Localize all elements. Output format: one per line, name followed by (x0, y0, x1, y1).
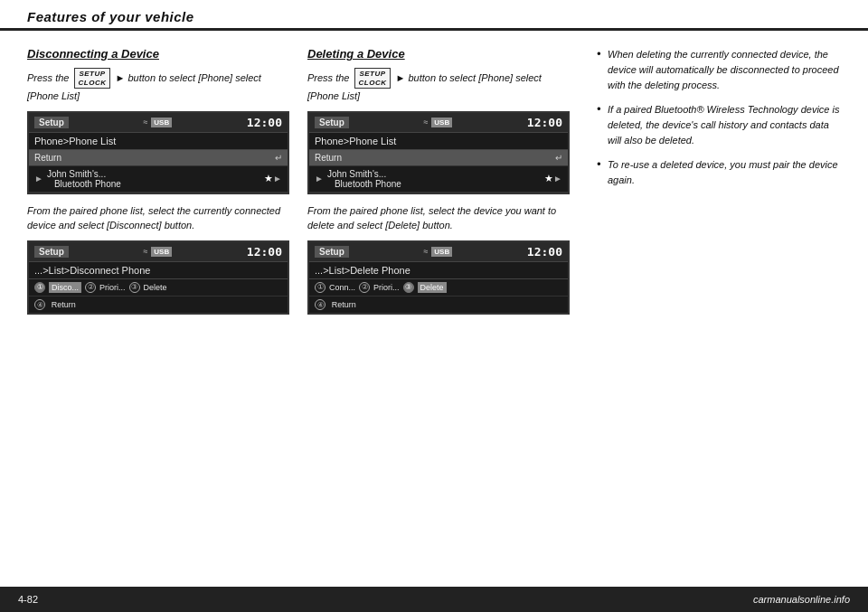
setup-clock-button-left1: SETUP CLOCK (74, 68, 111, 89)
wifi-icon: ≈ (143, 118, 147, 127)
screen2-header: Setup ≈ USB 12:00 (29, 242, 288, 262)
screen2-nav2: ...>List>Disconnect Phone (29, 262, 288, 279)
delete-instr-arrow: ► (396, 72, 406, 83)
djohn-name: John Smith's... Bluetooth Phone (327, 169, 544, 189)
usb-badge2: USB (151, 247, 172, 257)
screen2-icons: ≈ USB (143, 247, 172, 257)
dback-icon: ↵ (555, 153, 562, 163)
dwifi-icon: ≈ (423, 118, 428, 127)
delete-instruction: Press the SETUP CLOCK ► button to select… (307, 68, 571, 104)
dbtn4-label: Return (332, 300, 356, 309)
return-label: Return (34, 153, 275, 163)
dscreen2-nav2: ...>List>Delete Phone (309, 262, 568, 279)
disconnect-section-title: Disconnecting a Device (27, 47, 291, 61)
dscreen2-btn-row1: ① Conn... ② Priori... ③ Delete (309, 279, 568, 297)
screen1-john-row: ► John Smith's... Bluetooth Phone ★ ► (29, 166, 288, 193)
bullet-list: When deleting the currently connected de… (597, 47, 841, 188)
dbtn3-circle: ③ (403, 282, 414, 293)
page-footer: 4-82 carmanualsonline.info (0, 587, 868, 612)
row-chevron: ► (273, 174, 282, 184)
usb-badge: USB (151, 118, 172, 127)
main-content: Disconnecting a Device Press the SETUP C… (0, 31, 868, 333)
dusb-badge: USB (431, 118, 452, 127)
setup-clock-button-mid1: SETUP CLOCK (354, 68, 392, 89)
bullet-3: To re-use a deleted device, you must pai… (597, 157, 841, 188)
screen2-time: 12:00 (247, 245, 282, 259)
delete-screen2: Setup ≈ USB 12:00 ...>List>Delete Phone … (307, 240, 570, 315)
star-icon: ★ (264, 173, 273, 184)
bluetooth-phone: Bluetooth Phone (47, 179, 121, 189)
dscreen2-setup-label: Setup (315, 246, 349, 258)
dscreen1-setup-label: Setup (315, 117, 349, 128)
wifi-icon2: ≈ (143, 247, 147, 256)
footer-brand: carmanualsonline.info (753, 594, 850, 605)
right-column: When deleting the currently connected de… (588, 47, 841, 324)
disconnect-desc: From the paired phone list, select the c… (27, 203, 291, 233)
back-icon: ↵ (275, 153, 282, 163)
dscreen1-header: Setup ≈ USB 12:00 (309, 113, 568, 133)
mid-column: Deleting a Device Press the SETUP CLOCK … (307, 47, 588, 324)
dscreen1-john-row: ► John Smith's... Bluetooth Phone ★ ► (309, 166, 568, 193)
dbtn3-label: Delete (418, 282, 447, 293)
disconnect-instr-arrow: ► (116, 72, 126, 83)
drow-chevron: ► (553, 174, 562, 184)
dscreen1-icons: ≈ USB (423, 118, 452, 127)
screen1-header: Setup ≈ USB 12:00 (29, 113, 288, 133)
page-header: Features of your vehicle (0, 0, 868, 31)
bullet-2: If a paired Bluetooth® Wireless Technolo… (597, 102, 841, 148)
disconnect-screen2: Setup ≈ USB 12:00 ...>List>Disconnect Ph… (27, 240, 289, 315)
btn1-label: Disco... (49, 282, 81, 293)
bullet-1: When deleting the currently connected de… (597, 47, 841, 93)
screen1-setup-label: Setup (34, 117, 69, 128)
dscreen1-time: 12:00 (527, 116, 562, 129)
left-column: Disconnecting a Device Press the SETUP C… (27, 47, 307, 324)
row-arrow-left: ► (34, 174, 43, 184)
dstar-icon: ★ (544, 173, 553, 184)
btn2-circle: ② (85, 282, 96, 293)
dscreen1-return-row: Return ↵ (309, 150, 568, 166)
dbtn2-label: Priori... (373, 283, 400, 292)
screen2-setup-label: Setup (34, 246, 69, 258)
btn3-circle: ③ (129, 282, 140, 293)
dscreen2-time: 12:00 (527, 245, 562, 259)
disconnect-instr-pre: Press the (27, 72, 69, 83)
dbtn1-label: Conn... (329, 283, 355, 292)
dbtn2-circle: ② (359, 282, 370, 293)
dbtn1-circle: ① (315, 282, 326, 293)
btn3-label: Delete (144, 283, 167, 292)
dscreen2-return: ④ Return (309, 297, 568, 314)
btn4-circle: ④ (34, 299, 45, 310)
disconnect-screen1: Setup ≈ USB 12:00 Phone>Phone List Retur… (27, 111, 289, 194)
dwifi-icon2: ≈ (423, 247, 428, 256)
john-name: John Smith's... Bluetooth Phone (47, 169, 264, 189)
dscreen1-nav: Phone>Phone List (309, 133, 568, 150)
footer-page-num: 4-82 (18, 594, 38, 605)
delete-instr-pre: Press the (307, 72, 349, 83)
delete-section-title: Deleting a Device (307, 47, 571, 61)
screen2-return: ④ Return (29, 297, 288, 314)
drow-arrow-left: ► (315, 174, 324, 184)
dbtn4-circle: ④ (315, 299, 326, 310)
dusb-badge2: USB (431, 247, 452, 257)
screen1-nav: Phone>Phone List (29, 133, 288, 150)
screen2-btn-row1: ① Disco... ② Priori... ③ Delete (29, 279, 288, 297)
delete-screen1: Setup ≈ USB 12:00 Phone>Phone List Retur… (307, 111, 570, 194)
btn4-label: Return (52, 300, 76, 309)
page-title: Features of your vehicle (27, 9, 841, 24)
dscreen2-header: Setup ≈ USB 12:00 (309, 242, 568, 262)
delete-desc: From the paired phone list, select the d… (307, 203, 571, 233)
dbluetooth-phone: Bluetooth Phone (327, 179, 401, 189)
dreturn-label: Return (315, 153, 555, 163)
btn1-circle: ① (34, 282, 45, 293)
screen1-return-row: Return ↵ (29, 150, 288, 166)
disconnect-instruction: Press the SETUP CLOCK ► button to select… (27, 68, 291, 104)
screen1-time: 12:00 (247, 116, 282, 129)
dscreen2-icons: ≈ USB (423, 247, 452, 257)
screen1-icons: ≈ USB (143, 118, 172, 127)
btn2-label: Priori... (99, 283, 126, 292)
